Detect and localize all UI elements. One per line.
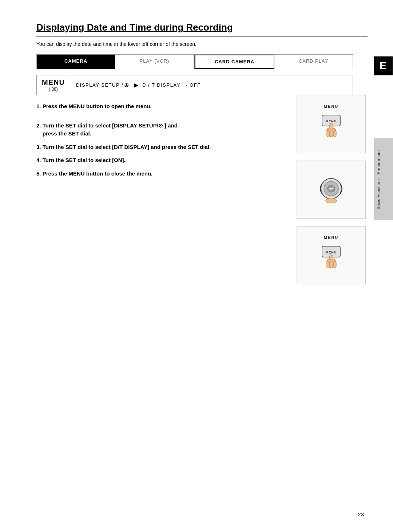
svg-text:MENU: MENU xyxy=(326,119,337,123)
tab-card-play[interactable]: CARD PLAY xyxy=(274,55,353,69)
step-1: 1. Press the MENU button to open the men… xyxy=(36,102,287,111)
set-dial-image: SET xyxy=(297,161,366,219)
images-column: MENU MENU xyxy=(295,95,368,284)
step-4: 4. Turn the SET dial to select [ON]. xyxy=(36,156,287,165)
set-dial-icon: SET xyxy=(315,173,348,206)
page-title: Displaying Date and Time during Recordin… xyxy=(36,22,368,37)
step-5: 5. Press the MENU button to close the me… xyxy=(36,170,287,178)
device-label-1: MENU xyxy=(324,104,338,109)
svg-rect-4 xyxy=(330,130,333,137)
e-label: E xyxy=(374,56,393,75)
tab-camera[interactable]: CAMERA xyxy=(37,55,115,69)
content-area: 1. Press the MENU button to open the men… xyxy=(36,102,368,284)
svg-text:MENU: MENU xyxy=(326,251,337,254)
menu-button-image-1: MENU MENU xyxy=(297,95,366,153)
page-container: E Basic Functions - Preparations Display… xyxy=(0,0,393,532)
device-label-3: MENU xyxy=(324,235,338,240)
menu-label-cell: MENU ( 38) xyxy=(37,75,70,95)
menu-press-icon-2: MENU xyxy=(315,243,348,275)
svg-rect-17 xyxy=(333,261,336,268)
svg-point-11 xyxy=(326,198,337,203)
step-2: 2. Turn the SET dial to select [DISPLAY … xyxy=(36,122,287,138)
step-3: 3. Turn the SET dial to select [D/T DISP… xyxy=(36,143,287,151)
menu-path-arrow: ▶ xyxy=(134,82,139,88)
page-number: 23 xyxy=(358,511,364,517)
menu-ref: ( 38) xyxy=(49,87,58,92)
menu-path-row: MENU ( 38) DISPLAY SETUP / ⊕ ▶ D / T DIS… xyxy=(36,75,353,95)
menu-path-left: DISPLAY SETUP / xyxy=(76,82,123,88)
menu-word: MENU xyxy=(42,78,65,87)
svg-text:SET: SET xyxy=(329,188,334,190)
tab-card-camera[interactable]: CARD CAMERA xyxy=(195,55,274,69)
menu-path-cell: DISPLAY SETUP / ⊕ ▶ D / T DISPLAY · · OF… xyxy=(70,75,353,95)
menu-button-image-2: MENU MENU xyxy=(297,226,366,284)
svg-point-18 xyxy=(329,255,333,261)
mode-tabs: CAMERA PLAY (VCR) CARD CAMERA CARD PLAY xyxy=(36,54,353,69)
svg-point-6 xyxy=(329,123,333,130)
instructions-column: 1. Press the MENU button to open the men… xyxy=(36,102,287,284)
menu-press-icon: MENU xyxy=(315,111,348,144)
svg-rect-15 xyxy=(327,261,330,268)
tab-play-vcr[interactable]: PLAY (VCR) xyxy=(115,55,194,69)
basic-functions-label: Basic Functions - Preparations xyxy=(374,138,393,220)
subtitle: You can display the date and time in the… xyxy=(36,41,368,47)
menu-path-right: D / T DISPLAY · · OFF xyxy=(142,82,201,88)
right-sidebar: E Basic Functions - Preparations xyxy=(373,0,393,532)
svg-rect-5 xyxy=(333,130,336,137)
svg-rect-16 xyxy=(330,261,333,268)
svg-rect-3 xyxy=(327,130,330,137)
menu-path-icon: ⊕ xyxy=(124,82,130,88)
